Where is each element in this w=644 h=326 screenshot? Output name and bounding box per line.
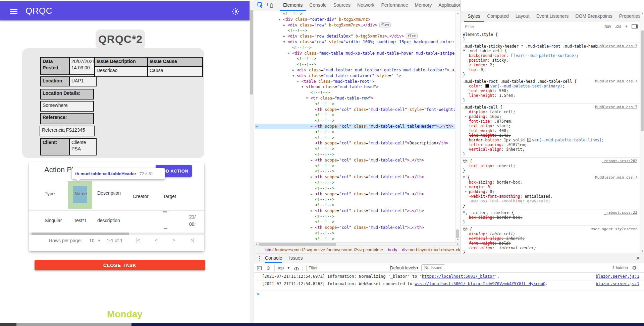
dom-tree-line[interactable]: <!--!--> xyxy=(255,11,455,17)
column-header-creator[interactable]: Creator xyxy=(133,194,149,199)
stylesheet-link[interactable]: MudBlazor.min.css:7 xyxy=(595,105,637,110)
css-property[interactable]: font-weight: 500; xyxy=(463,88,638,93)
column-header-target[interactable]: Target xyxy=(163,194,176,199)
collapse-arrow-icon[interactable]: ▼ xyxy=(292,73,297,79)
location-value[interactable]: UAP1 xyxy=(69,76,97,86)
issue-cause-value[interactable]: Causa xyxy=(147,66,203,77)
tab-console[interactable]: Console xyxy=(306,0,330,11)
css-property[interactable]: box-sizing: border-box; xyxy=(463,215,638,220)
device-toolbar-icon[interactable] xyxy=(267,2,274,9)
scrollbar-thumb[interactable] xyxy=(32,233,129,235)
css-property[interactable]: color: var(--mud-palette-text-primary); xyxy=(463,84,638,88)
scroll-right-icon[interactable]: ► xyxy=(457,243,459,246)
dom-tree-line[interactable]: ▼<div class="mud-table mud-xs-table mud-… xyxy=(255,51,455,56)
css-property[interactable]: vertical-align: inherit; xyxy=(463,147,638,152)
tab-performance[interactable]: Performance xyxy=(378,0,411,11)
context-caret-icon[interactable]: ▼ xyxy=(287,266,290,270)
css-property[interactable]: box-sizing: border-box; xyxy=(463,180,638,185)
message-source-link[interactable]: blazor.server.js:1 xyxy=(596,274,639,279)
no-issues-button[interactable]: No Issues xyxy=(421,264,445,271)
css-property[interactable]: font-weight: 400; xyxy=(463,128,638,133)
scrollbar-thumb[interactable] xyxy=(259,243,336,246)
color-swatch[interactable] xyxy=(511,54,515,57)
app-vertical-scrollbar[interactable] xyxy=(250,1,254,323)
css-property[interactable]: text-align: inherit; xyxy=(463,164,638,168)
styles-vertical-scrollbar[interactable]: ▲ ▼ xyxy=(640,11,644,254)
dom-tree-line[interactable]: ▶<th scope="col" class="mud-table-cell">… xyxy=(255,157,455,163)
color-swatch[interactable] xyxy=(485,84,489,88)
tab-layout[interactable]: Layout xyxy=(512,11,533,22)
dom-tree-line[interactable]: ▶<div class="row detailsBox" b-tqg5xmm7n… xyxy=(255,34,455,39)
dom-tree-line[interactable]: <!--!--> xyxy=(255,135,455,141)
stylesheet-link[interactable]: _reboot.scss:22 xyxy=(604,210,637,215)
message-link[interactable]: https://localhost:5001/_blazor xyxy=(422,274,495,279)
dom-tree-line[interactable]: ▼<div class="mud-table-container" style=… xyxy=(255,73,455,79)
computed-sidebar-icon[interactable] xyxy=(632,24,638,28)
expand-arrow-icon[interactable]: ▶ xyxy=(465,114,467,119)
css-property[interactable]: display: table-cell; xyxy=(463,110,638,114)
css-property[interactable]: ▶padding: 16px; xyxy=(463,114,638,119)
ellipsis-gutter-icon[interactable]: ⋯ xyxy=(256,124,258,129)
rows-per-page-select[interactable]: 10 xyxy=(89,238,95,243)
css-property[interactable]: top: 0; xyxy=(463,67,638,72)
dom-tree-line[interactable]: <!--!--> xyxy=(255,146,455,152)
css-property[interactable]: font-size: .875rem; xyxy=(463,119,638,124)
color-swatch[interactable] xyxy=(527,138,531,142)
expand-arrow-icon[interactable]: ▶ xyxy=(311,191,315,197)
stylesheet-link[interactable]: _reboot.scss:282 xyxy=(602,159,637,164)
scroll-left-icon[interactable]: ◄ xyxy=(255,243,258,246)
dom-tree-line[interactable]: <!--!--> xyxy=(255,129,455,135)
dom-tree-line[interactable]: <!--!--> xyxy=(255,163,455,169)
dom-tree-line[interactable]: ▼<tr class="mud-table-row"> xyxy=(255,95,455,101)
dom-tree-line[interactable]: <!--!--> xyxy=(255,197,455,202)
scroll-down-icon[interactable]: ▼ xyxy=(455,238,460,241)
scroll-down-icon[interactable]: ▼ xyxy=(640,250,644,253)
dom-tree-line[interactable]: <!--!--> xyxy=(255,28,455,34)
css-selector[interactable]: element.style { xyxy=(463,32,638,37)
page-bottom-scrollbar[interactable] xyxy=(0,323,644,326)
tab-computed[interactable]: Computed xyxy=(484,11,512,22)
expand-arrow-icon[interactable]: ▶ xyxy=(311,174,315,180)
next-page-icon[interactable]: > xyxy=(172,237,175,243)
css-property[interactable]: background-color: var(--mud-palette-surf… xyxy=(463,53,638,58)
console-prompt-chevron[interactable]: > xyxy=(257,291,260,297)
dom-tree-line[interactable]: ▶<th scope="col" class="mud-table-cell">… xyxy=(255,191,455,197)
css-property[interactable]: display: table-cell; xyxy=(463,232,638,236)
dom-tree-line[interactable]: ▼<div class="outer-div" b-tqg5xmm7nz> xyxy=(255,17,455,22)
elements-vertical-scrollbar[interactable]: ▲ ▼ xyxy=(455,11,460,242)
css-property[interactable]: -moz-osx-font-smoothing: grayscale; xyxy=(463,199,638,203)
css-property[interactable]: -webkit-font-smoothing: antialiased; xyxy=(463,194,638,199)
expand-arrow-icon[interactable]: ▶ xyxy=(311,157,315,163)
dom-tree-line[interactable]: <!--!--> xyxy=(255,236,455,242)
expand-arrow-icon[interactable]: ▶ xyxy=(311,124,315,129)
dom-tree-line[interactable]: ▶<div class="mud-toolbar mud-toolbar-gut… xyxy=(255,67,455,73)
row-cell-target-date[interactable]: 21/ xyxy=(189,214,196,219)
dom-tree-line[interactable]: <!--!--> xyxy=(255,62,455,67)
css-property[interactable]: font-weight: bold; xyxy=(463,241,638,246)
css-property[interactable]: vertical-align: inherit; xyxy=(463,236,638,241)
prev-page-icon[interactable]: < xyxy=(155,237,157,243)
clear-console-icon[interactable]: ⊘ xyxy=(266,265,271,271)
expand-arrow-icon[interactable]: ▶ xyxy=(311,225,315,231)
inspect-element-icon[interactable] xyxy=(257,2,264,9)
tab-network[interactable]: Network xyxy=(354,0,378,11)
dom-tree-line[interactable]: <th scope="col" class="mud-table-cell">D… xyxy=(255,140,455,146)
message-link[interactable]: wss://localhost:5001/_blazor?id=9Z0Vzwb4… xyxy=(415,281,545,286)
console-settings-gear-icon[interactable]: ⚙ xyxy=(632,265,637,271)
breadcrumb-item[interactable]: body xyxy=(388,247,397,252)
css-property[interactable]: z-index: 2; xyxy=(463,63,638,67)
expand-arrow-icon[interactable]: ▶ xyxy=(465,185,467,189)
close-drawer-icon[interactable]: ✕ xyxy=(636,255,640,261)
expand-arrow-icon[interactable]: ▶ xyxy=(292,67,297,73)
dom-tree-line[interactable]: <!--!--> xyxy=(255,45,455,51)
tab-event-listeners[interactable]: Event Listeners xyxy=(533,11,572,22)
dom-tree-line[interactable]: <!--!--> xyxy=(255,214,455,219)
dom-tree-line[interactable]: <th scope="col" class="mud-table-cell" s… xyxy=(255,107,455,113)
new-style-rule-icon[interactable]: + xyxy=(625,24,628,29)
breadcrumb-item[interactable]: html.fontawesome-i2svg-active.fontawesom… xyxy=(265,247,383,252)
scrollbar-thumb[interactable] xyxy=(641,30,644,131)
row-cell-target-time[interactable]: 00: xyxy=(189,221,196,227)
row-cell-type[interactable]: Singular xyxy=(45,218,62,223)
dom-tree-line[interactable]: <!--!--> xyxy=(255,202,455,208)
scrollbar-thumb[interactable] xyxy=(16,323,131,326)
